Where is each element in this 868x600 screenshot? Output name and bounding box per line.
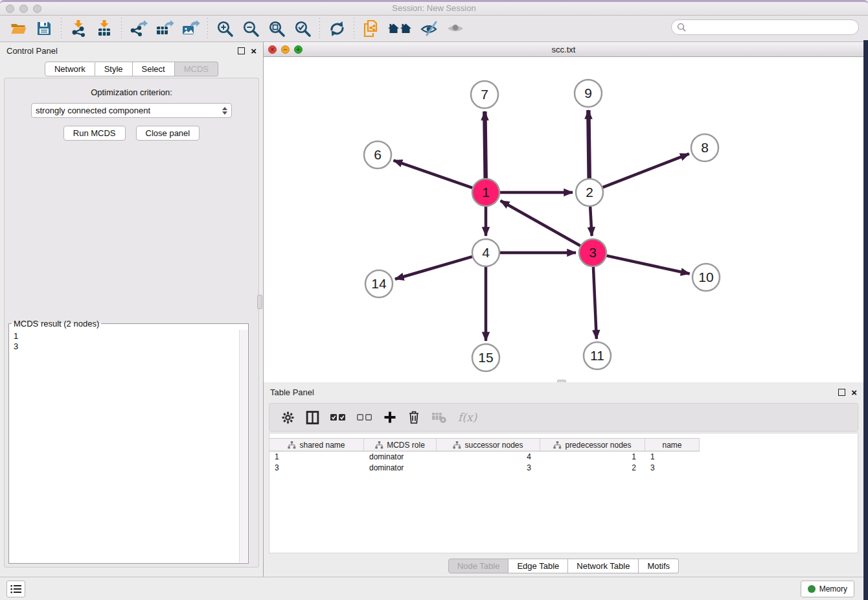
network-close-button[interactable]: × — [268, 45, 277, 54]
select-stepper-icon — [222, 107, 227, 115]
show-details-icon[interactable] — [446, 19, 465, 38]
column-header-predecessor-nodes[interactable]: predecessor nodes — [540, 439, 645, 451]
node-label-7: 7 — [481, 87, 488, 102]
cell-mcds-role[interactable]: dominator — [364, 463, 437, 474]
tab-style[interactable]: Style — [95, 62, 133, 76]
hide-details-icon[interactable] — [420, 19, 439, 38]
cell-shared-name[interactable]: 3 — [269, 463, 364, 474]
main-toolbar — [0, 16, 868, 42]
node-label-15: 15 — [478, 350, 493, 365]
tab-edge-table[interactable]: Edge Table — [508, 559, 568, 573]
panel-splitter-grip[interactable] — [257, 295, 262, 309]
close-panel-button[interactable]: Close panel — [136, 126, 200, 141]
status-bar: Memory — [0, 577, 863, 600]
node-label-11: 11 — [590, 348, 604, 363]
run-mcds-button[interactable]: Run MCDS — [63, 126, 126, 141]
mcds-panel: Optimization criterion: strongly connect… — [4, 78, 259, 568]
network-minimize-button[interactable]: − — [281, 45, 290, 54]
zoom-fit-icon[interactable] — [267, 19, 286, 38]
node-label-10: 10 — [698, 270, 713, 284]
cell-predecessor-nodes[interactable]: 2 — [540, 463, 645, 474]
refresh-layout-icon[interactable] — [327, 19, 347, 38]
task-history-button[interactable] — [6, 581, 25, 597]
criterion-select[interactable]: strongly connected component — [31, 103, 232, 118]
tab-network[interactable]: Network — [45, 62, 95, 76]
column-header-name[interactable]: name — [645, 439, 700, 451]
node-label-9: 9 — [584, 86, 592, 100]
cell-successor-nodes[interactable]: 3 — [437, 463, 540, 474]
unselect-all-icon[interactable] — [357, 413, 372, 422]
edge-2-8[interactable] — [603, 154, 689, 187]
select-all-icon[interactable] — [330, 413, 346, 422]
cell-shared-name[interactable]: 1 — [269, 452, 364, 463]
close-table-panel-icon[interactable]: × — [851, 389, 857, 396]
search-input[interactable] — [671, 19, 859, 35]
cell-name[interactable]: 3 — [645, 463, 700, 474]
column-header-mcds-role[interactable]: MCDS role — [364, 439, 437, 451]
edge-1-6[interactable] — [394, 161, 473, 188]
column-header-successor-nodes[interactable]: successor nodes — [437, 439, 540, 451]
zoom-selected-icon[interactable] — [293, 19, 312, 38]
cell-successor-nodes[interactable]: 4 — [437, 452, 540, 463]
window-zoom-button[interactable] — [33, 5, 41, 13]
save-session-icon[interactable] — [34, 19, 54, 38]
column-manager-icon[interactable] — [306, 411, 319, 424]
network-window-titlebar[interactable]: × − + scc.txt — [264, 42, 863, 57]
table-settings-icon[interactable] — [281, 411, 295, 424]
cell-predecessor-nodes[interactable]: 1 — [540, 452, 645, 463]
edge-2-9[interactable] — [588, 110, 589, 178]
table-row[interactable]: 3 dominator 3 2 3 — [269, 463, 700, 474]
export-image-icon[interactable] — [181, 19, 200, 38]
zoom-out-icon[interactable] — [241, 19, 260, 38]
tab-network-table[interactable]: Network Table — [568, 559, 639, 573]
table-panel-title: Table Panel — [270, 387, 314, 397]
tab-mcds[interactable]: MCDS — [175, 62, 218, 76]
window-close-button[interactable] — [6, 5, 14, 13]
edge-4-14[interactable] — [395, 257, 472, 279]
mcds-result-title: MCDS result (2 nodes) — [12, 319, 101, 329]
node-label-14: 14 — [371, 276, 387, 291]
table-row[interactable]: 1 dominator 4 1 1 — [269, 452, 700, 463]
edge-3-10[interactable] — [606, 256, 689, 274]
open-session-icon[interactable] — [8, 19, 28, 38]
float-panel-icon[interactable] — [238, 47, 245, 54]
close-panel-icon[interactable]: × — [251, 47, 257, 54]
tab-select[interactable]: Select — [133, 62, 175, 76]
cell-mcds-role[interactable]: dominator — [364, 452, 437, 463]
edge-3-1[interactable] — [501, 201, 580, 246]
network-maximize-button[interactable]: + — [294, 45, 303, 54]
control-panel-title: Control Panel — [6, 46, 58, 56]
network-canvas-svg: 7968124314101511 — [264, 57, 863, 382]
export-table-icon[interactable] — [155, 19, 174, 38]
column-header-shared-name[interactable]: shared name — [269, 439, 364, 451]
network-canvas[interactable]: 7968124314101511 — [264, 57, 863, 382]
window-minimize-button[interactable] — [19, 5, 28, 13]
delete-column-icon[interactable] — [407, 410, 420, 424]
zoom-in-icon[interactable] — [215, 19, 234, 38]
node-label-1: 1 — [482, 185, 490, 200]
toolbar-separator — [61, 18, 62, 39]
table-header-row: shared name MCDS role successor nodes pr… — [269, 438, 700, 452]
edge-1-7[interactable] — [485, 111, 485, 178]
toolbar-separator — [207, 18, 208, 39]
control-panel: Control Panel × Network Style Select MCD… — [0, 42, 264, 577]
float-table-panel-icon[interactable] — [838, 389, 845, 396]
add-column-icon[interactable] — [383, 411, 396, 424]
tab-node-table[interactable]: Node Table — [448, 559, 509, 573]
app-titlebar: Session: New Session — [0, 0, 868, 16]
clone-network-icon[interactable] — [361, 19, 381, 38]
import-network-icon[interactable] — [69, 19, 88, 38]
table-tabs: Node Table Edge Table Network Table Moti… — [264, 559, 863, 573]
mcds-result-box: MCDS result (2 nodes) 1 3 — [8, 319, 249, 564]
export-network-icon[interactable] — [129, 19, 148, 38]
node-label-6: 6 — [374, 147, 382, 162]
show-all-icon[interactable] — [387, 19, 413, 38]
tab-motifs[interactable]: Motifs — [639, 559, 679, 573]
result-scrollbar[interactable] — [239, 330, 247, 562]
edge-2-3[interactable] — [590, 207, 591, 236]
cell-name[interactable]: 1 — [645, 452, 700, 463]
import-table-icon[interactable] — [95, 19, 114, 38]
edge-3-11[interactable] — [593, 267, 597, 339]
memory-button[interactable]: Memory — [801, 581, 854, 597]
attribute-icon — [453, 441, 461, 449]
